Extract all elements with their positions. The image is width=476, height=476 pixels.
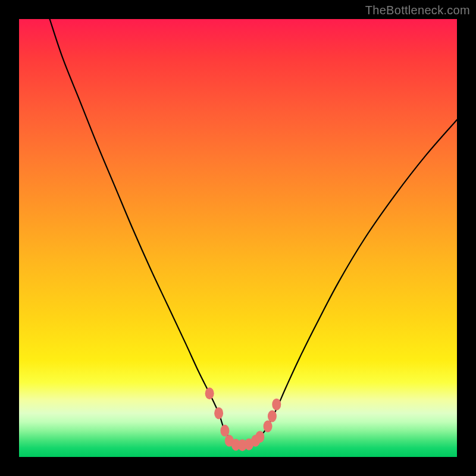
curve-marker [264,420,273,432]
chart-frame: TheBottleneck.com [0,0,476,476]
bottleneck-curve [50,19,457,446]
curve-svg [19,19,457,457]
curve-markers [205,387,281,451]
curve-marker [255,431,264,443]
curve-marker [268,411,277,422]
curve-marker [220,425,229,437]
curve-marker [205,387,214,399]
curve-marker [272,399,281,411]
watermark-text: TheBottleneck.com [365,4,470,17]
curve-marker [214,407,223,419]
plot-area [19,19,457,457]
